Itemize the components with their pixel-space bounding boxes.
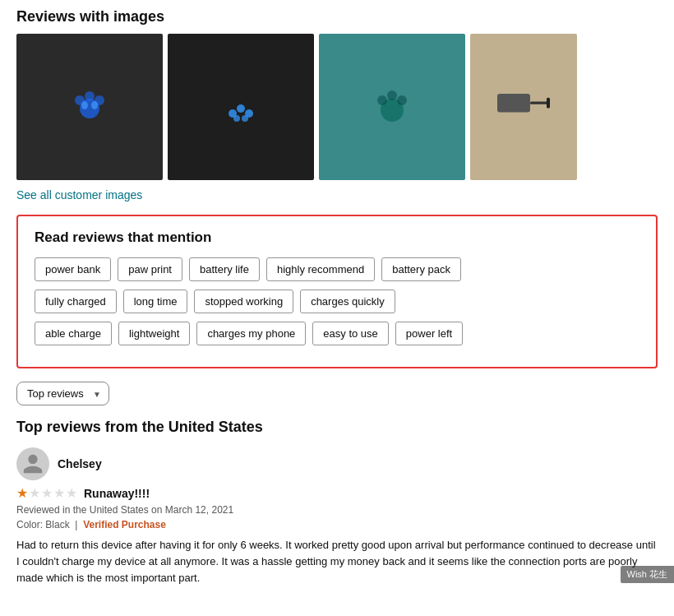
star-2: ★ xyxy=(29,485,40,501)
watermark: Wish 花生 xyxy=(621,566,675,583)
review-image-3[interactable] xyxy=(319,34,465,180)
reviewer-name: Chelsey xyxy=(58,457,102,470)
tag-lightweight[interactable]: lightweight xyxy=(118,322,190,345)
reviewer-row: Chelsey xyxy=(16,447,658,480)
star-row: ★ ★ ★ ★ ★ Runaway!!!! xyxy=(16,485,658,501)
svg-point-12 xyxy=(377,95,387,105)
see-all-images-link[interactable]: See all customer images xyxy=(16,188,142,201)
sort-dropdown-row: Top reviews Most recent xyxy=(16,382,658,405)
review-item: Chelsey ★ ★ ★ ★ ★ Runaway!!!! Reviewed i… xyxy=(16,447,658,586)
svg-point-7 xyxy=(237,104,245,113)
top-reviews-title: Top reviews from the United States xyxy=(16,419,658,436)
mention-box: Read reviews that mention power bank paw… xyxy=(16,215,658,368)
review-image-4[interactable] xyxy=(470,34,577,180)
tags-row-2: fully charged long time stopped working … xyxy=(35,289,639,313)
reviews-with-images-section: Reviews with images xyxy=(16,8,658,215)
review-image-1[interactable] xyxy=(16,34,163,180)
tag-power-bank[interactable]: power bank xyxy=(35,257,111,281)
tag-charges-quickly[interactable]: charges quickly xyxy=(300,289,395,313)
svg-point-5 xyxy=(91,101,98,109)
avatar-icon xyxy=(21,452,44,475)
tags-row-3: able charge lightweight charges my phone… xyxy=(35,322,639,345)
star-3: ★ xyxy=(41,485,53,501)
tag-power-left[interactable]: power left xyxy=(395,322,463,345)
review-images-row xyxy=(16,34,658,180)
tag-battery-life[interactable]: battery life xyxy=(189,257,260,281)
review-meta: Reviewed in the United States on March 1… xyxy=(16,504,658,516)
tag-stopped-working[interactable]: stopped working xyxy=(194,289,293,313)
tag-long-time[interactable]: long time xyxy=(123,289,188,313)
review-headline: Runaway!!!! xyxy=(84,487,150,500)
svg-point-2 xyxy=(85,91,95,101)
review-image-2[interactable] xyxy=(168,34,314,180)
svg-rect-15 xyxy=(497,94,530,112)
mention-box-title: Read reviews that mention xyxy=(35,229,639,246)
star-1: ★ xyxy=(16,485,28,501)
tag-fully-charged[interactable]: fully charged xyxy=(35,289,117,313)
reviewer-avatar xyxy=(16,447,49,480)
svg-rect-17 xyxy=(547,98,550,109)
review-body-text: Had to return this device after having i… xyxy=(16,537,658,586)
svg-point-9 xyxy=(233,115,240,122)
svg-point-10 xyxy=(242,115,248,122)
review-color-row: Color: Black | Verified Purchase xyxy=(16,519,658,530)
tag-able-charge[interactable]: able charge xyxy=(35,322,112,345)
reviews-with-images-title: Reviews with images xyxy=(16,8,658,25)
tag-charges-my-phone[interactable]: charges my phone xyxy=(196,322,306,345)
tag-paw-print[interactable]: paw print xyxy=(118,257,182,281)
sort-select[interactable]: Top reviews Most recent xyxy=(16,382,109,405)
star-rating: ★ ★ ★ ★ ★ xyxy=(16,485,77,501)
tag-easy-to-use[interactable]: easy to use xyxy=(312,322,389,345)
tag-highly-recommend[interactable]: highly recommend xyxy=(266,257,375,281)
svg-point-13 xyxy=(387,90,397,100)
sort-select-wrapper[interactable]: Top reviews Most recent xyxy=(16,382,109,405)
tag-battery-pack[interactable]: battery pack xyxy=(381,257,461,281)
star-4: ★ xyxy=(53,485,65,501)
svg-point-4 xyxy=(81,101,88,109)
tags-row-1: power bank paw print battery life highly… xyxy=(35,257,639,281)
star-5: ★ xyxy=(66,485,77,501)
svg-point-14 xyxy=(397,95,407,105)
verified-purchase-badge: Verified Purchase xyxy=(83,519,166,530)
review-color-label: Color: Black xyxy=(16,519,70,530)
